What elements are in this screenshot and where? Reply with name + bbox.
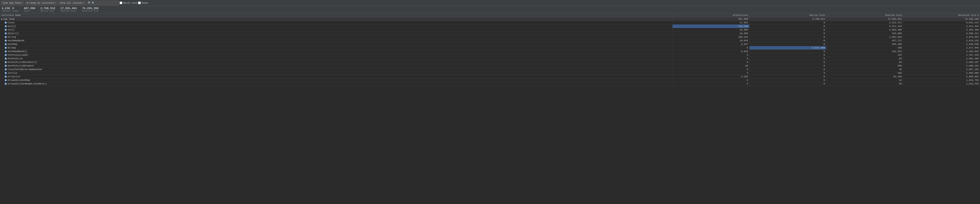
cell-retained-size: 1,833,756 <box>903 79 980 82</box>
table-row[interactable]: CClass17,60102,311,4715,031,214 <box>0 21 980 25</box>
cell-retained-size: 2,630,596 <box>903 43 980 46</box>
table-row[interactable]: CGroupedLinkedMap$LinkedEntry40961,833,4… <box>0 82 980 86</box>
folder-icon: ▶ <box>1 18 3 20</box>
cell-name: Cbyte[] <box>0 25 673 28</box>
count-label: Count <box>24 10 35 12</box>
cell-name: CJarFile <box>0 71 673 75</box>
table-row[interactable]: CPathClassLoader301442,167,429 <box>0 53 980 57</box>
row-name-text: HashMap <box>8 43 18 46</box>
cell-name: CPathClassLoader <box>0 53 673 57</box>
col-header-name[interactable]: Callstack Name <box>0 13 673 17</box>
retained-size-value: 74,265,268 <box>82 7 99 10</box>
cell-native-size: 0 <box>749 64 826 68</box>
cell-native-size: 0 <box>749 60 826 64</box>
show-classes-dropdown[interactable]: Show all classes ▼ <box>58 1 86 5</box>
search-box: 🔍 <box>86 1 119 5</box>
row-name-text: DexPathList$Element[] <box>8 61 37 63</box>
table-row[interactable]: CArrayList3,105062,1002,059,802 <box>0 75 980 79</box>
cell-allocations: 6,637 <box>673 43 749 46</box>
cell-retained-size: 2,087,156 <box>903 68 980 71</box>
cell-native-size: 0 <box>749 82 826 86</box>
search-icon: 🔍 <box>88 2 91 4</box>
table-container: Callstack Name Allocations Native Size S… <box>0 13 980 204</box>
cell-name: ▶app heap <box>0 17 673 21</box>
heap-table: Callstack Name Allocations Native Size S… <box>0 13 980 86</box>
cell-shallow-size: 645,008 <box>826 32 903 35</box>
cell-native-size: 0 <box>749 25 826 28</box>
cell-native-size: 0 <box>749 68 826 71</box>
row-name-text: byte[] <box>8 25 16 27</box>
view-dropdown-arrow: ▼ <box>21 2 22 4</box>
col-header-shallow-size[interactable]: Shallow Size <box>826 13 903 17</box>
cell-native-size: 2,617,480 <box>749 46 826 50</box>
class-icon: C <box>5 40 7 42</box>
regex-checkbox[interactable] <box>138 2 141 4</box>
cell-shallow-size: 48 <box>826 68 903 71</box>
stats-bar: 4,230 Classes 0 Leaks 407,568 Count 2,70… <box>0 6 980 13</box>
native-size-value: 2,708,512 <box>40 7 55 10</box>
match-case-label: Match Case <box>123 2 137 4</box>
table-row[interactable]: CObject[]18,8690645,0083,596,411 <box>0 32 980 35</box>
cell-allocations: 114,310 <box>673 25 749 28</box>
cell-allocations: 18,869 <box>673 32 749 35</box>
cell-name: CGroupedLinkedMap$LinkedEntry <box>0 82 673 86</box>
table-row[interactable]: Cint[]26,99804,482,4084,482,408 <box>0 28 980 32</box>
row-name-text: DexPathList$Element <box>8 65 34 67</box>
class-icon: C <box>5 47 7 49</box>
col-header-retained-size[interactable]: Retained Size <box>903 13 980 17</box>
col-header-native-size[interactable]: Native Size <box>749 13 826 17</box>
cell-shallow-size: 96 <box>826 57 903 60</box>
table-row[interactable]: CBitmap82,617,4803682,617,848 <box>0 46 980 50</box>
row-name-text: Class <box>8 21 14 24</box>
table-row[interactable]: CString100,10101,601,6163,076,653 <box>0 35 980 39</box>
class-icon: C <box>5 36 7 38</box>
view-dropdown[interactable]: View app heap ▼ <box>1 1 24 5</box>
class-icon: C <box>5 72 7 74</box>
cell-retained-size: 1,833,428 <box>903 82 980 86</box>
cell-allocations: 8 <box>673 46 749 50</box>
table-row[interactable]: Cbyte[]114,31004,911,4104,911,410 <box>0 25 980 28</box>
row-name-text: ClassPathURLStreamHandler <box>8 68 43 71</box>
table-row[interactable]: CDexPathList$Element2005002,090,101 <box>0 64 980 68</box>
cell-name: CClass <box>0 21 673 25</box>
cell-shallow-size: 457,272 <box>826 39 903 43</box>
col-header-allocations[interactable]: Allocations <box>673 13 749 17</box>
table-row[interactable]: CDexPathList30962,092,596 <box>0 57 980 60</box>
cell-allocations: 3 <box>673 71 749 75</box>
cell-native-size: 0 <box>749 50 826 53</box>
class-icon: C <box>5 22 7 24</box>
class-icon: C <box>5 58 7 60</box>
cell-allocations: 3 <box>673 57 749 60</box>
search-input[interactable] <box>92 2 117 4</box>
class-icon: C <box>5 51 7 52</box>
cell-retained-size: 5,031,214 <box>903 21 980 25</box>
table-row[interactable]: CJarFile301862,086,809 <box>0 71 980 75</box>
table-row[interactable]: CHashMap6,6370265,4802,630,596 <box>0 43 980 46</box>
show-classes-label: Show all classes <box>60 2 82 4</box>
classes-value: 4,230 <box>2 7 11 10</box>
match-case-checkbox[interactable] <box>119 2 123 4</box>
row-name-text: String <box>8 36 16 38</box>
cell-name: CDexPathList$Element[] <box>0 60 673 64</box>
count-value: 407,568 <box>24 7 35 10</box>
cell-name: CString <box>0 35 673 39</box>
class-icon: C <box>5 65 7 67</box>
table-row[interactable]: CClassPathURLStreamHandler30482,087,156 <box>0 68 980 71</box>
retained-size-label: Retained Size <box>82 10 99 12</box>
regex-label: Regex <box>142 2 149 4</box>
cell-native-size: 0 <box>749 32 826 35</box>
leaks-stat: 0 Leaks <box>12 7 19 12</box>
table-row[interactable]: ▶app heap407,5682,708,51217,501,64174,26… <box>0 17 980 21</box>
table-row[interactable]: CDexPathList$Element[]30802,090,187 <box>0 60 980 64</box>
cell-allocations: 17,601 <box>673 21 749 25</box>
cell-allocations: 100,101 <box>673 35 749 39</box>
retained-size-stat: 74,265,268 Retained Size <box>82 7 99 12</box>
view-dropdown-label: View app heap <box>2 2 21 4</box>
table-row[interactable]: CHashMap$Node[]6,5320182,3522,426,802 <box>0 50 980 53</box>
cell-shallow-size: 1,601,616 <box>826 35 903 39</box>
show-classes-arrow: ▼ <box>83 2 84 4</box>
table-header-row: Callstack Name Allocations Native Size S… <box>0 13 980 17</box>
table-row[interactable]: CGroupedLinkedMap20321,833,756 <box>0 79 980 82</box>
table-row[interactable]: CHashMap$Node19,0530457,2722,876,152 <box>0 39 980 43</box>
arrange-dropdown[interactable]: Arrange by callstack ▼ <box>25 1 58 5</box>
